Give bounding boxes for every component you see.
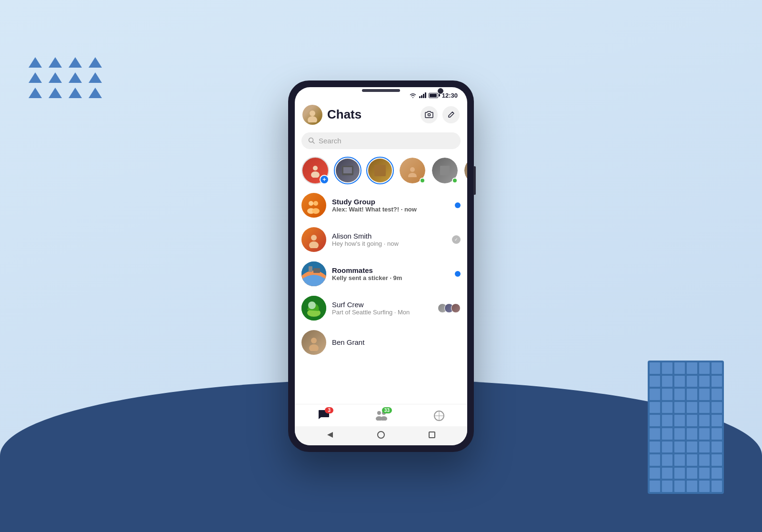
chat-item-study-group[interactable]: Study Group Alex: Wait! What test?! · no… [295, 188, 467, 222]
svg-rect-8 [343, 167, 352, 173]
unread-indicator [455, 202, 461, 208]
status-time: 12:30 [442, 92, 458, 99]
story-add-button[interactable]: + [320, 175, 329, 184]
status-icons: 12:30 [409, 92, 458, 99]
chat-name-study-group: Study Group [332, 198, 449, 206]
chat-avatar-surf-crew [301, 296, 326, 321]
app-header: Chats [295, 101, 467, 129]
chat-item-surf-crew[interactable]: Surf Crew Part of Seattle Surfing · Mon [295, 291, 467, 325]
story-add[interactable]: + [301, 157, 329, 184]
tab-people[interactable]: 33 [375, 409, 388, 422]
chat-info-alison-smith: Alison Smith Hey how's it going · now [332, 232, 446, 247]
chat-name-ben-grant: Ben Grant [332, 338, 461, 346]
wifi-icon [409, 92, 417, 98]
svg-point-1 [308, 116, 317, 122]
svg-point-26 [309, 344, 319, 351]
svg-point-25 [311, 338, 317, 343]
svg-point-11 [408, 173, 417, 177]
svg-line-4 [313, 142, 315, 144]
svg-rect-21 [313, 268, 320, 273]
svg-point-14 [313, 201, 318, 206]
chat-preview-roommates: Kelly sent a sticker · 9m [332, 274, 449, 281]
svg-point-0 [310, 110, 315, 116]
battery-icon [429, 93, 438, 98]
chat-info-ben-grant: Ben Grant [332, 338, 461, 346]
edit-icon [447, 111, 455, 119]
svg-rect-37 [429, 432, 435, 438]
svg-point-6 [311, 171, 320, 178]
discover-tab-icon [433, 410, 445, 422]
chat-name-surf-crew: Surf Crew [332, 301, 432, 309]
svg-point-2 [428, 113, 431, 116]
chat-info-study-group: Study Group Alex: Wait! What test?! · no… [332, 198, 449, 213]
chat-tab-badge: 3 [325, 407, 333, 413]
camera-icon [425, 111, 433, 119]
bottom-tabs: 3 33 [295, 404, 467, 426]
unread-indicator-roommates [455, 271, 461, 277]
story-online-indicator [420, 178, 425, 183]
svg-rect-12 [440, 166, 450, 175]
tab-discover[interactable] [433, 410, 445, 422]
stories-row: + [295, 153, 467, 188]
story-item-1[interactable] [334, 157, 361, 184]
chat-preview-surf-crew: Part of Seattle Surfing · Mon [332, 309, 432, 316]
story-item-3[interactable] [399, 157, 426, 184]
chat-avatar-study-group [301, 193, 326, 218]
camera-button[interactable] [421, 106, 438, 123]
phone-screen: 12:30 Chats [295, 87, 467, 445]
story-online-indicator-2 [452, 178, 458, 183]
chat-avatar-roommates [301, 261, 326, 286]
compose-button[interactable] [442, 106, 460, 123]
bg-building [648, 361, 724, 494]
people-tab-badge: 33 [382, 407, 392, 413]
svg-point-5 [313, 166, 318, 171]
search-placeholder[interactable]: Search [319, 137, 341, 145]
svg-point-13 [309, 201, 313, 206]
tab-chats[interactable]: 3 [317, 409, 330, 422]
header-title: Chats [327, 107, 416, 122]
chat-item-roommates[interactable]: Roommates Kelly sent a sticker · 9m [295, 257, 467, 291]
svg-marker-34 [327, 432, 333, 438]
signal-icon [419, 92, 426, 98]
chat-item-ben-grant[interactable]: Ben Grant [295, 325, 467, 360]
android-home-button[interactable] [376, 430, 386, 440]
bg-triangles [29, 57, 102, 103]
search-icon [308, 137, 315, 144]
android-recents-button[interactable] [427, 430, 437, 440]
chat-preview-alison-smith: Hey how's it going · now [332, 240, 446, 247]
chat-name-alison-smith: Alison Smith [332, 232, 446, 240]
phone-side-button [473, 166, 476, 195]
user-avatar[interactable] [302, 105, 322, 125]
android-back-button[interactable] [325, 430, 335, 440]
chat-info-surf-crew: Surf Crew Part of Seattle Surfing · Mon [332, 301, 432, 316]
svg-rect-9 [374, 165, 386, 176]
svg-point-17 [311, 235, 317, 241]
story-item-2[interactable] [366, 157, 394, 184]
chat-meta-study-group [455, 202, 461, 208]
android-nav [295, 426, 467, 445]
chat-item-alison-smith[interactable]: Alison Smith Hey how's it going · now ✓ [295, 222, 467, 257]
search-bar[interactable]: Search [301, 132, 461, 149]
chat-preview-study-group: Alex: Wait! What test?! · now [332, 206, 449, 213]
svg-point-18 [309, 241, 319, 248]
svg-rect-20 [309, 266, 312, 272]
read-receipt: ✓ [452, 235, 461, 244]
chat-list: Study Group Alex: Wait! What test?! · no… [295, 188, 467, 404]
chat-meta-alison-smith: ✓ [452, 235, 461, 244]
svg-point-30 [381, 416, 387, 421]
svg-point-24 [308, 301, 316, 309]
svg-point-16 [312, 208, 320, 214]
chat-info-roommates: Roommates Kelly sent a sticker · 9m [332, 266, 449, 281]
chat-meta-roommates [455, 271, 461, 277]
phone-camera [438, 88, 443, 94]
svg-point-27 [377, 411, 381, 415]
phone-speaker [362, 89, 400, 92]
svg-point-36 [378, 432, 384, 438]
chat-meta-surf-crew [438, 303, 461, 313]
story-item-5[interactable] [463, 157, 467, 184]
story-item-4[interactable] [431, 157, 459, 184]
svg-point-10 [410, 167, 415, 172]
phone: 12:30 Chats [288, 80, 474, 452]
chat-avatar-ben-grant [301, 330, 326, 355]
group-avatar-stack [438, 303, 461, 313]
